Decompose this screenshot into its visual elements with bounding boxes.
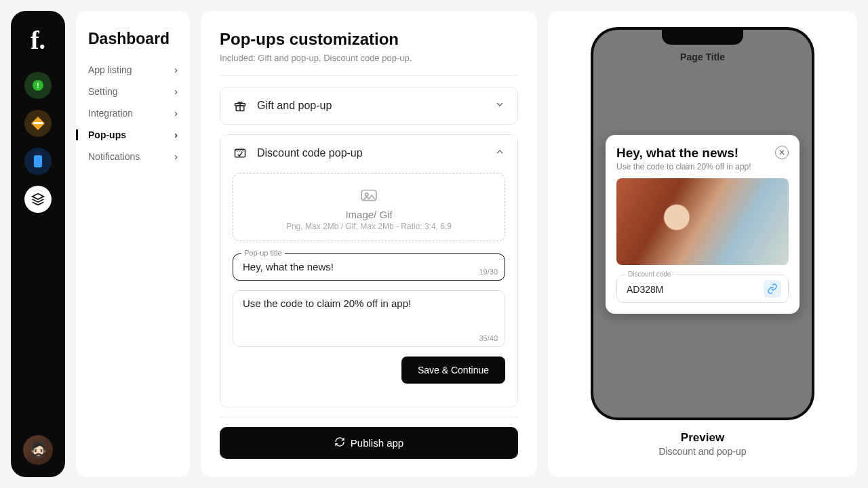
- close-icon[interactable]: ✕: [775, 146, 789, 159]
- publish-button[interactable]: Publish app: [220, 427, 518, 459]
- upload-hint: Png, Max 2Mb / Gif, Max 2Mb - Ratio: 3:4…: [240, 222, 498, 231]
- image-icon: [360, 192, 378, 204]
- popup-image: [616, 178, 789, 265]
- preview-sub: Discount and pop-up: [658, 446, 746, 457]
- page-subtitle: Included: Gift and pop-up, Discount code…: [220, 53, 518, 63]
- logo: f.: [31, 27, 45, 53]
- sidebar-item-integration[interactable]: Integration ›: [76, 102, 190, 124]
- field-label: Pop-up title: [241, 249, 285, 257]
- popup-title-input[interactable]: [243, 261, 495, 272]
- accordion-discount-header[interactable]: Discount code pop-up: [233, 146, 505, 161]
- refresh-icon: [334, 436, 345, 449]
- rail-theme-icon[interactable]: [24, 110, 52, 137]
- sidebar-item-label: Integration: [88, 108, 133, 119]
- sidebar-item-label: Setting: [88, 86, 118, 97]
- upload-title: Image/ Gif: [240, 209, 498, 220]
- sidebar-item-setting[interactable]: Setting ›: [76, 81, 190, 102]
- sidebar-item-notifications[interactable]: Notifications ›: [76, 146, 190, 167]
- discount-label: Discount code: [625, 270, 673, 278]
- char-counter: 19/30: [479, 268, 498, 276]
- chevron-right-icon: ›: [174, 151, 178, 162]
- sidebar-item-label: Pop-ups: [88, 129, 126, 140]
- rail-layers-icon[interactable]: [24, 186, 52, 213]
- sidebar-item-popups[interactable]: Pop-ups ›: [76, 124, 190, 146]
- phone-notch: [662, 30, 743, 45]
- popup-desc-field: 35/40: [233, 290, 505, 347]
- chevron-down-icon: [494, 99, 505, 113]
- discount-value: AD328M: [627, 284, 663, 295]
- page-title: Pop-ups customization: [220, 30, 518, 49]
- divider: [220, 75, 518, 76]
- sidebar-item-label: Notifications: [88, 151, 140, 162]
- sidebar: Dashboard App listing › Setting › Integr…: [76, 11, 190, 477]
- accordion-gift-title: Gift and pop-up: [257, 100, 485, 112]
- discount-icon: [233, 146, 248, 161]
- rail-status-icon[interactable]: !: [24, 72, 52, 99]
- accordion-gift: Gift and pop-up: [220, 87, 518, 125]
- publish-label: Publish app: [351, 437, 403, 449]
- popup-title: Hey, what the news!: [616, 146, 738, 161]
- accordion-discount: Discount code pop-up Image/ Gif Png, Max…: [220, 134, 518, 407]
- popup-title-field: Pop-up title 19/30: [233, 253, 505, 281]
- sidebar-title: Dashboard: [76, 30, 190, 59]
- main-panel: Pop-ups customization Included: Gift and…: [201, 11, 537, 477]
- chevron-right-icon: ›: [174, 64, 178, 75]
- svg-point-4: [366, 193, 368, 196]
- sidebar-item-app-listing[interactable]: App listing ›: [76, 59, 190, 81]
- sidebar-item-label: App listing: [88, 64, 132, 75]
- popup-subtitle: Use the code to claim 20% off in app!: [616, 162, 789, 171]
- discount-code-field: Discount code AD328M: [616, 274, 789, 303]
- chevron-right-icon: ›: [174, 86, 178, 97]
- divider: [220, 417, 518, 418]
- upload-zone[interactable]: Image/ Gif Png, Max 2Mb / Gif, Max 2Mb -…: [233, 173, 505, 241]
- chevron-up-icon: [494, 146, 505, 160]
- app-rail: f. ! 🧔🏻: [11, 11, 65, 477]
- preview-panel: Page Title Hey, what the news! ✕ Use the…: [548, 11, 857, 477]
- accordion-discount-body: Image/ Gif Png, Max 2Mb / Gif, Max 2Mb -…: [233, 173, 505, 384]
- sidebar-nav: App listing › Setting › Integration › Po…: [76, 59, 190, 167]
- popup-card: Hey, what the news! ✕ Use the code to cl…: [606, 135, 800, 314]
- save-button[interactable]: Save & Continue: [401, 357, 505, 384]
- popup-desc-input[interactable]: [243, 298, 495, 337]
- form-actions: Save & Continue: [233, 357, 505, 384]
- gift-icon: [233, 98, 248, 113]
- rail-nav: !: [24, 72, 52, 213]
- chevron-right-icon: ›: [174, 129, 178, 140]
- preview-label: Preview: [681, 431, 724, 445]
- char-counter: 35/40: [479, 334, 498, 342]
- rail-phone-icon[interactable]: [24, 148, 52, 175]
- accordion-gift-header[interactable]: Gift and pop-up: [233, 98, 505, 113]
- phone-preview: Page Title Hey, what the news! ✕ Use the…: [591, 27, 814, 420]
- chevron-right-icon: ›: [174, 108, 178, 119]
- user-avatar[interactable]: 🧔🏻: [23, 435, 53, 465]
- accordion-discount-title: Discount code pop-up: [257, 147, 485, 159]
- copy-icon[interactable]: [764, 280, 781, 298]
